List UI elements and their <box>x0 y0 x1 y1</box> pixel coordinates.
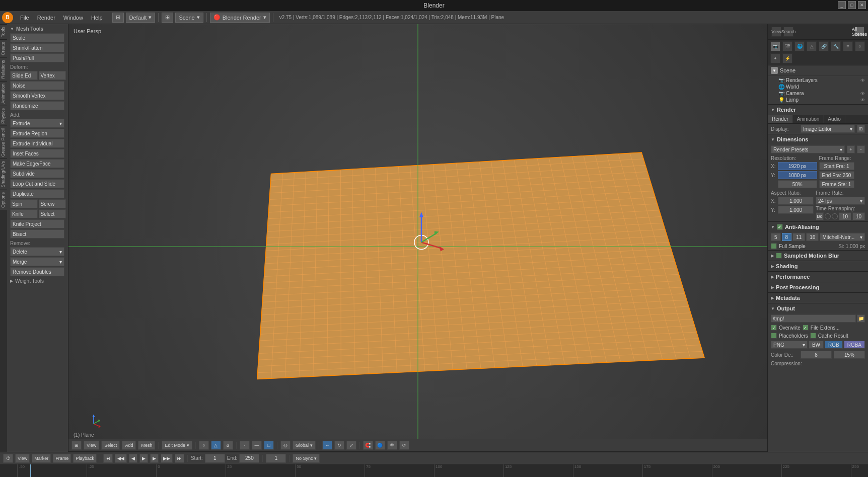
rp-view-btn[interactable]: View <box>771 27 781 37</box>
object-mode-icon[interactable]: ○ <box>199 441 209 450</box>
start-input[interactable] <box>205 454 225 463</box>
merge-dropdown[interactable]: Merge ▾ <box>10 257 64 266</box>
smooth-vertex-btn[interactable]: Smooth Vertex <box>10 91 64 100</box>
scale-btn[interactable]: Scale <box>10 33 64 42</box>
aa-8-btn[interactable]: 8 <box>782 233 792 241</box>
remap-new-input[interactable] <box>852 212 865 220</box>
mesh-tools-triangle[interactable]: ▼ <box>10 27 14 31</box>
tl-editor-type[interactable]: ⏱ <box>3 454 13 463</box>
shading-header[interactable]: ▶ Shading <box>768 261 868 271</box>
extrude-region-btn[interactable]: Extrude Region <box>10 129 64 138</box>
renderlayers-eye[interactable]: 👁 <box>860 78 865 83</box>
vp-add[interactable]: Add <box>122 441 136 450</box>
make-edge-face-btn[interactable]: Make Edge/Face <box>10 159 64 168</box>
menu-file[interactable]: File <box>16 12 33 23</box>
vp-select[interactable]: Select <box>101 441 120 450</box>
display-extra-btn[interactable]: ⊞ <box>857 125 865 133</box>
edit-mode-icon[interactable]: △ <box>211 441 221 450</box>
tl-prev-frame[interactable]: ◀ <box>129 454 137 463</box>
file-extens-checkbox[interactable]: ✓ <box>803 325 809 331</box>
prop-scene-icon[interactable]: 🎬 <box>782 41 792 51</box>
minimize-button[interactable]: _ <box>838 1 846 9</box>
menu-window[interactable]: Window <box>59 12 87 23</box>
remap-radio1[interactable] <box>825 213 831 219</box>
placeholders-checkbox[interactable] <box>771 333 777 339</box>
screw-btn[interactable]: Screw <box>39 199 66 208</box>
aa-5-btn[interactable]: 5 <box>771 233 781 241</box>
face-select-icon[interactable]: □ <box>264 441 274 450</box>
snap-icon[interactable]: 🧲 <box>363 441 373 450</box>
color-de-input2[interactable] <box>834 351 865 359</box>
grab-icon[interactable]: ↔ <box>322 441 332 450</box>
scale-icon[interactable]: ⤢ <box>346 441 356 450</box>
rp-search-btn[interactable]: Search <box>783 27 793 37</box>
rgb-btn[interactable]: RGB <box>825 341 843 349</box>
asp-y-input[interactable] <box>778 206 814 214</box>
res-pct-input[interactable] <box>778 180 817 188</box>
render-section-header[interactable]: ▼ Render <box>768 105 868 115</box>
slide-ed-btn[interactable]: Slide Ed <box>10 71 38 80</box>
tab-animation[interactable]: Animation <box>793 115 824 123</box>
format-dropdown[interactable]: PNG ▾ <box>771 341 808 349</box>
tab-render[interactable]: Render <box>768 115 793 123</box>
edge-select-icon[interactable]: — <box>252 441 262 450</box>
extrude-individual-btn[interactable]: Extrude Individual <box>10 139 64 148</box>
res-y-input[interactable] <box>778 171 817 179</box>
tl-playback[interactable]: Playback <box>73 454 97 463</box>
aa-checkbox[interactable]: ✓ <box>777 224 783 230</box>
end-input[interactable] <box>239 454 259 463</box>
menu-render[interactable]: Render <box>33 12 59 23</box>
proportional-icon[interactable]: ◎ <box>280 441 291 450</box>
noise-btn[interactable]: Noise <box>10 81 64 90</box>
cache-result-checkbox[interactable] <box>810 333 816 339</box>
spin-btn[interactable]: Spin <box>10 199 38 208</box>
duplicate-btn[interactable]: Duplicate <box>10 189 64 198</box>
bw-btn[interactable]: BW <box>809 341 824 349</box>
render-engine-dropdown[interactable]: 🔴 Blender Render ▾ <box>210 13 270 23</box>
maximize-button[interactable]: □ <box>848 1 856 9</box>
scene-expand-icon[interactable]: ▼ <box>771 67 778 74</box>
vtab-grease[interactable]: Grease Pencil <box>0 126 7 159</box>
prop-material-icon[interactable]: ○ <box>855 41 865 51</box>
res-x-input[interactable] <box>778 162 817 170</box>
tab-audio[interactable]: Audio <box>824 115 845 123</box>
tl-play-back[interactable]: ◀◀ <box>115 454 127 463</box>
tree-lamp[interactable]: 💡 Lamp 👁 <box>768 97 868 103</box>
tl-view[interactable]: View <box>15 454 30 463</box>
vtab-physics[interactable]: Physics <box>0 106 7 126</box>
global-dropdown[interactable]: Global ▾ <box>293 441 316 450</box>
timeline-track[interactable]: -50 -25 0 25 50 75 100 125 150 175 200 2… <box>0 464 868 477</box>
vertex-select-icon[interactable]: · <box>240 441 250 450</box>
output-path-browse-btn[interactable]: 📁 <box>857 314 865 323</box>
weight-tools-header[interactable]: ▶ Weight Tools <box>10 278 66 284</box>
asp-x-input[interactable] <box>778 197 814 205</box>
output-header[interactable]: ▼ Output <box>768 303 868 313</box>
extrude-dropdown[interactable]: Extrude ▾ <box>10 119 64 128</box>
vtab-shading[interactable]: Shading/UVs <box>0 158 7 190</box>
prop-constraint-icon[interactable]: 🔗 <box>819 41 829 51</box>
aa-11-btn[interactable]: 11 <box>792 233 805 241</box>
prop-obj-icon[interactable]: △ <box>807 41 817 51</box>
tl-play[interactable]: ▶ <box>139 454 148 463</box>
presets-add-btn[interactable]: + <box>847 145 855 153</box>
vtab-options[interactable]: Options <box>0 190 7 210</box>
aa-header[interactable]: ▼ ✓ Anti-Aliasing <box>768 222 868 232</box>
push-pull-btn[interactable]: Push/Pull <box>10 53 64 62</box>
prop-render-icon[interactable]: 📷 <box>770 41 780 51</box>
sculpt-mode-icon[interactable]: ⌀ <box>223 441 233 450</box>
camera-eye[interactable]: 👁 <box>860 91 865 96</box>
current-frame-input[interactable] <box>266 454 286 463</box>
prop-modifier-icon[interactable]: 🔧 <box>831 41 841 51</box>
motion-blur-checkbox[interactable] <box>776 253 782 259</box>
select-btn[interactable]: Select <box>39 209 66 218</box>
randomize-btn[interactable]: Randomize <box>10 101 64 110</box>
remap-radio2[interactable] <box>832 213 838 219</box>
prop-data-icon[interactable]: ≡ <box>843 41 853 51</box>
rotate-icon[interactable]: ↻ <box>334 441 344 450</box>
render-preview-icon[interactable]: 🔵 <box>375 441 385 450</box>
overwrite-checkbox[interactable]: ✓ <box>771 325 777 331</box>
knife-project-btn[interactable]: Knife Project <box>10 219 64 228</box>
vp-mesh[interactable]: Mesh <box>138 441 155 450</box>
aa-filter-dropdown[interactable]: Mitchell-Netr... ▾ <box>820 233 865 241</box>
rp-all-scenes-btn[interactable]: All Scenes <box>854 27 864 37</box>
